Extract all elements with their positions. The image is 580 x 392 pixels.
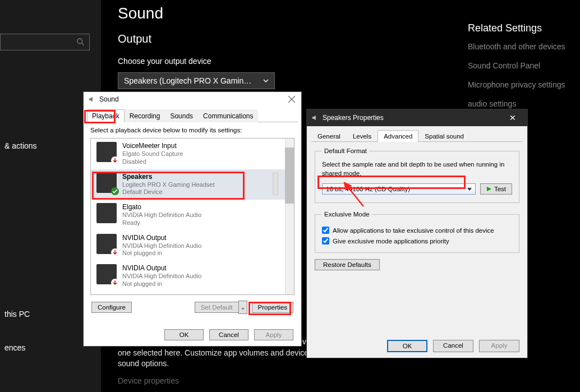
device-item[interactable]: ElgatoNVIDIA High Definition AudioReady (91, 200, 294, 230)
device-sub: NVIDIA High Definition Audio (122, 242, 201, 250)
related-heading: Related Settings (468, 22, 580, 34)
speakers-properties-dialog: Speakers Properties ✕ General Levels Adv… (306, 109, 528, 358)
device-item[interactable]: VoiceMeeter InputElgato Sound CaptureDis… (91, 139, 294, 169)
device-state: Not plugged in (122, 250, 201, 257)
device-name: VoiceMeeter Input (122, 142, 183, 150)
scrollbar[interactable] (285, 139, 294, 294)
device-name: NVIDIA Output (122, 234, 201, 242)
restore-defaults-button[interactable]: Restore Defaults (315, 259, 380, 270)
tab-advanced[interactable]: Advanced (378, 130, 418, 142)
device-name: Speakers (122, 173, 214, 181)
checkbox-input[interactable] (322, 227, 329, 234)
tab-spatial-sound[interactable]: Spatial sound (418, 130, 470, 142)
page-title: Sound (118, 4, 580, 22)
settings-search[interactable] (0, 34, 90, 50)
output-device-select[interactable]: Speakers (Logitech PRO X Gamin… (118, 72, 275, 89)
device-sub: Elgato Sound Capture (122, 150, 183, 158)
close-button[interactable]: ✕ (503, 113, 523, 122)
device-item[interactable]: SpeakersLogitech PRO X Gaming HeadsetDef… (91, 169, 294, 200)
play-icon (486, 186, 492, 192)
related-link[interactable]: Bluetooth and other devices (468, 42, 580, 51)
default-badge-icon (111, 187, 119, 195)
tab-levels[interactable]: Levels (347, 130, 378, 142)
exclusive-mode-group: Exclusive Mode Allow applications to tak… (315, 211, 519, 253)
down-arrow-badge-icon (111, 279, 119, 287)
exclusive-control-checkbox[interactable]: Allow applications to take exclusive con… (322, 227, 512, 234)
down-arrow-badge-icon (111, 156, 119, 164)
device-icon (96, 264, 117, 284)
svg-line-1 (82, 43, 84, 45)
cancel-button[interactable]: Cancel (433, 340, 473, 352)
device-icon (96, 203, 117, 223)
apply-button[interactable]: Apply (254, 329, 293, 340)
related-link[interactable]: Sound Control Panel (468, 61, 580, 70)
device-state: Disabled (122, 158, 183, 166)
sound-title-text: Sound (99, 95, 119, 103)
device-icon (96, 142, 117, 162)
device-icon (96, 234, 117, 254)
format-value: 16 bit, 44100 Hz (CD Quality) (326, 186, 410, 192)
exclusive-mode-legend: Exclusive Mode (322, 211, 372, 218)
svg-point-0 (77, 39, 82, 44)
format-dropdown[interactable]: 16 bit, 44100 Hz (CD Quality) (322, 183, 476, 195)
output-device-value: Speakers (Logitech PRO X Gamin… (124, 76, 251, 85)
tab-communications[interactable]: Communications (198, 109, 258, 122)
chevron-down-icon (467, 187, 472, 191)
device-sub: NVIDIA High Definition Audio (122, 273, 201, 280)
configure-button[interactable]: Configure (91, 302, 132, 313)
apply-button[interactable]: Apply (479, 340, 519, 352)
checkbox-input[interactable] (322, 237, 329, 245)
device-sub: Logitech PRO X Gaming Headset (122, 181, 214, 189)
device-state: Not plugged in (122, 280, 201, 288)
set-default-button[interactable]: Set Default (195, 302, 239, 313)
props-title-text: Speakers Properties (323, 114, 384, 122)
tab-recording[interactable]: Recording (125, 109, 165, 122)
checkbox-label: Give exclusive mode applications priorit… (333, 238, 449, 245)
speaker-icon (311, 114, 319, 122)
ok-button[interactable]: OK (387, 340, 427, 352)
sound-control-panel: Sound Playback Recording Sounds Communic… (83, 91, 302, 347)
device-sub: NVIDIA High Definition Audio (122, 211, 201, 219)
ok-button[interactable]: OK (164, 329, 204, 340)
test-button[interactable]: Test (480, 183, 512, 195)
exclusive-priority-checkbox[interactable]: Give exclusive mode applications priorit… (322, 237, 512, 245)
close-icon[interactable] (288, 95, 296, 103)
cancel-button[interactable]: Cancel (209, 329, 248, 340)
chevron-down-icon (263, 78, 269, 84)
related-link[interactable]: audio settings (468, 99, 580, 108)
device-name: Elgato (122, 203, 201, 211)
device-item[interactable]: NVIDIA OutputNVIDIA High Definition Audi… (91, 230, 294, 261)
device-properties-link[interactable]: Device properties (118, 376, 179, 385)
set-default-dropdown[interactable] (238, 301, 247, 314)
speaker-icon (88, 95, 96, 103)
search-icon (77, 38, 85, 46)
tab-playback[interactable]: Playback (87, 109, 125, 122)
scroll-thumb[interactable] (285, 147, 294, 204)
default-format-group: Default Format Select the sample rate an… (315, 147, 519, 203)
props-tabs: General Levels Advanced Spatial sound (311, 130, 523, 142)
sound-titlebar[interactable]: Sound (84, 92, 301, 109)
default-format-desc: Select the sample rate and bit depth to … (322, 160, 512, 178)
playback-instruction: Select a playback device below to modify… (90, 127, 294, 133)
test-label: Test (494, 186, 506, 192)
default-format-legend: Default Format (322, 147, 369, 154)
down-arrow-badge-icon (111, 248, 119, 256)
device-icon (96, 173, 117, 193)
checkbox-label: Allow applications to take exclusive con… (333, 227, 494, 234)
device-name: NVIDIA Output (122, 264, 201, 273)
device-item[interactable]: NVIDIA OutputNVIDIA High Definition Audi… (91, 261, 294, 292)
device-state: Ready (122, 219, 201, 227)
tab-sounds[interactable]: Sounds (165, 109, 198, 122)
properties-button[interactable]: Properties (252, 302, 293, 313)
level-meter (273, 173, 278, 195)
sound-tabs: Playback Recording Sounds Communications (87, 109, 298, 122)
tab-general[interactable]: General (311, 130, 347, 142)
device-state: Default Device (122, 188, 214, 196)
related-link[interactable]: Microphone privacy settings (468, 80, 580, 89)
device-list: VoiceMeeter InputElgato Sound CaptureDis… (90, 138, 294, 295)
props-titlebar[interactable]: Speakers Properties ✕ (307, 109, 527, 126)
